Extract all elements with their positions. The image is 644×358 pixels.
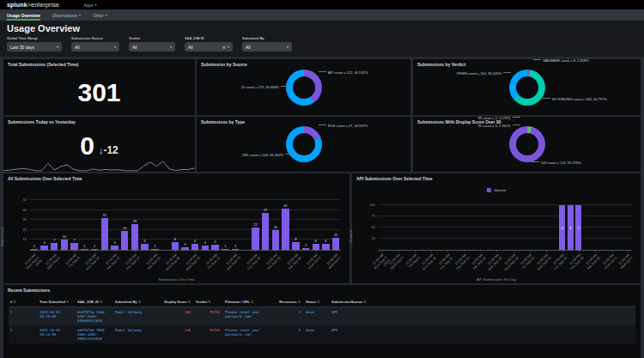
column-header[interactable]: Display Score⇅ [155,299,194,305]
column-header[interactable]: Filename / URL⇅ [223,299,268,305]
column-header[interactable]: SAA_JOB_ID⇅ [76,299,113,305]
bar[interactable]: 19 [121,231,128,250]
tab-observations[interactable]: Observations ▾ [52,9,81,21]
panel-all-submissions-chart: All Submissions Over Selected Time Submi… [3,173,349,283]
bar[interactable]: 1 [81,249,88,250]
bar[interactable]: 8 [292,242,299,250]
apps-menu[interactable]: Apps ▾ [83,3,96,8]
x-tick-label: 12:00 AM Sat Sep 30 [283,252,301,270]
filter-dropdown[interactable]: All▾ [242,42,292,52]
bar[interactable]: 26 [131,224,138,250]
bar[interactable]: 6 [313,244,319,250]
clear-icon[interactable]: ⊗ [222,45,226,50]
table-header-row: #⇅Time Submitted⇅SAA_JOB_ID⇅Submitted By… [9,297,635,307]
sort-icon[interactable]: ⇅ [251,300,253,304]
filter-dropdown[interactable]: All⊗▾ [185,42,233,52]
sort-icon[interactable]: ⇅ [188,300,191,304]
donut-ring[interactable] [509,126,545,162]
bar[interactable]: 22 [252,228,258,250]
filter-value: Last 30 days [10,45,57,50]
sort-icon[interactable]: ⇅ [13,300,15,304]
all-submissions-bar-chart[interactable]: SubmissionsSubmissions Over Time10203040… [3,185,349,283]
bar[interactable]: 3 [181,247,188,250]
filter-dropdown[interactable]: All▾ [129,42,175,52]
column-header[interactable]: Resources⇅ [268,299,304,305]
table-cell: 4 [268,325,304,343]
tab-other[interactable]: Other ▾ [93,9,107,21]
bar[interactable]: 6 [191,244,198,250]
panel-title: Total Submissions (Selected Time) [8,62,78,67]
panel-title: Submissions Today vs Yesterday [8,119,76,124]
bar[interactable]: 6 [559,205,565,250]
column-header[interactable]: Time Submitted⇅ [38,299,76,305]
bar[interactable]: 32 [101,218,108,250]
sort-icon[interactable]: ⇅ [100,300,102,304]
bar[interactable]: 1 [222,249,228,250]
table-row[interactable]: 12023-10-03 18:19:090c87071a-33dd-43df-9… [9,307,635,325]
bar-value-label: 4 [113,240,115,245]
table-cell: 2023-10-03 18:19:09 [38,307,76,325]
bar-value-label: 7 [74,238,76,242]
slice-label: PHISH count = 110, 36.545% [457,71,511,76]
sort-icon[interactable]: ⇅ [317,300,319,304]
bar[interactable]: 7 [70,243,77,250]
api-submissions-bar-chart[interactable]: GeneralGeneralAPI Submissions Per Day255… [352,185,641,283]
donut-ring[interactable] [509,70,545,106]
table-cell: Please reset your password..eml [223,307,268,325]
score-donut-chart[interactable]: 99 count = 2, 1.575%90 count = 3, 2.362%… [413,117,641,172]
bar[interactable]: 10 [61,240,68,250]
bar[interactable]: 6 [322,244,329,250]
verdict-donut-chart[interactable]: MALWARE count = 8, 2.658%NO FINDING coun… [413,59,641,115]
source-donut-chart[interactable]: API count = 122, 40.532%UI count = 179, … [197,59,410,115]
bar[interactable]: 4 [40,246,47,250]
splunk-logo[interactable]: splunk>enterprise [7,2,59,8]
x-tick-label: 12:00 AM Tue Sep 12 [435,252,454,271]
bar[interactable]: 2 [302,248,309,250]
table-cell: 4 [268,307,304,325]
chevron-down-icon: ▾ [287,45,289,49]
x-axis-label: API Submissions Per Day [352,277,641,282]
filter-dropdown[interactable]: All▾ [71,42,119,52]
bar[interactable]: 8 [568,205,574,250]
bar[interactable]: 37 [262,213,269,250]
column-header[interactable]: Status⇅ [304,299,330,305]
sort-icon[interactable]: ⇅ [66,300,69,304]
today-value: 0 [80,131,94,161]
sort-icon[interactable]: ⇅ [363,300,366,304]
gridline [378,238,632,239]
table-row[interactable]: 22023-10-03 18:14:54e6476f04-f584-426e-a… [9,325,635,343]
column-header[interactable]: SubmissionSource⇅ [330,299,392,305]
column-header[interactable]: Verdict⇅ [194,299,223,305]
tab-usage-overview[interactable]: Usage Overview [7,9,40,21]
type-donut-chart[interactable]: FILE count = 57, 18.937%URL count = 244,… [197,117,410,172]
x-tick-label: 12:00 AM Fri Sep 8 [64,252,81,269]
bar[interactable]: 41 [282,209,289,250]
filter-label: Global Time Range [7,36,62,40]
bar[interactable]: 20 [272,230,279,250]
sort-icon[interactable]: ⇅ [208,300,210,304]
filter-dropdown[interactable]: Last 30 days▾ [7,42,62,52]
x-tick-label: 12:00 AM Wed Sep 6 [42,252,60,270]
bar-value-label: 4 [204,240,206,245]
total-submissions-value: 301 [77,78,120,107]
donut-ring[interactable] [286,70,322,106]
x-tick-label: 12:00 AM Thu Sep 14 [452,252,471,271]
panel-recent-submissions: Recent Submissions #⇅Time Submitted⇅SAA_… [3,285,641,358]
bar[interactable]: 6 [141,244,148,250]
table-cell: 100 [155,307,194,325]
x-tick-label: 12:00 AM Mon Sep 18 [483,252,502,271]
panel-today-vs-yesterday: Submissions Today vs Yesterday 0 ↓ -12 [3,117,195,172]
app-nav: Usage Overview Observations ▾ Other ▾ [0,9,644,21]
column-header[interactable]: #⇅ [9,299,38,305]
bar[interactable]: 8 [172,242,179,250]
x-tick-label: 12:00 AM Wed Sep 20 [500,252,519,272]
column-header[interactable]: Submitted By⇅ [113,299,155,305]
sort-icon[interactable]: ⇅ [298,300,301,304]
bar[interactable]: 5 [575,205,581,250]
bar[interactable]: 4 [202,246,209,250]
bar[interactable]: 7 [51,243,58,250]
bar-value-label: 1 [234,244,236,248]
sort-icon[interactable]: ⇅ [138,300,141,304]
panel-submission-by-source: Submission by Source API count = 122, 40… [197,59,410,115]
bar[interactable]: 12 [332,238,339,250]
